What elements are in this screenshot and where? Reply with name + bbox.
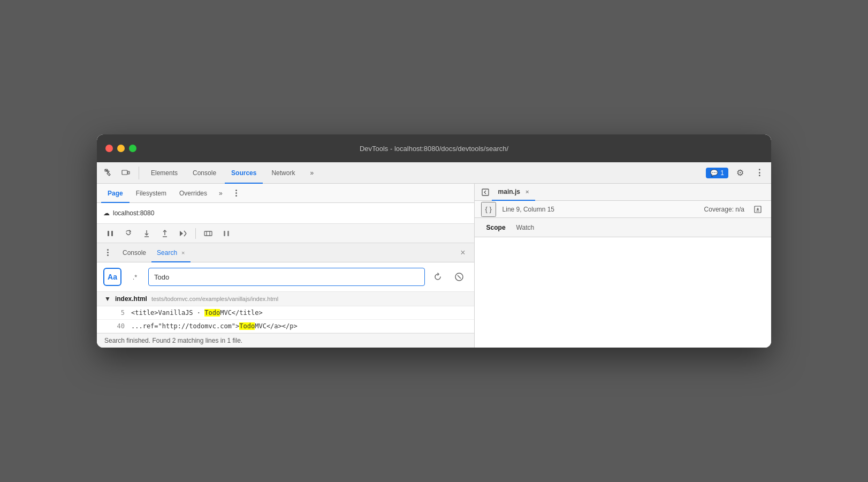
line-prefix: ...ref="http://todomvc.com">: [131, 322, 239, 330]
nav-back-button[interactable]: [479, 186, 492, 199]
svg-rect-17: [482, 189, 489, 195]
badge-count: 1: [720, 169, 724, 177]
watch-tab[interactable]: Watch: [511, 218, 540, 237]
top-tab-bar: Elements Console Sources Network » 💬 1 ⚙…: [97, 162, 771, 184]
blackbox-button[interactable]: [201, 227, 215, 240]
pause-button[interactable]: [103, 227, 117, 240]
svg-rect-14: [227, 231, 229, 236]
settings-button[interactable]: ⚙: [733, 165, 748, 180]
notification-badge[interactable]: 💬 1: [706, 168, 728, 178]
tab-sources[interactable]: Sources: [225, 162, 263, 184]
svg-rect-13: [224, 231, 225, 236]
tab-more[interactable]: »: [303, 162, 320, 184]
device-icon[interactable]: [118, 165, 133, 180]
result-line[interactable]: 40 ...ref="http://todomvc.com">TodoMVC</…: [97, 320, 474, 333]
right-panel: main.js × { } Line 9, Column 15 Coverage…: [475, 184, 771, 348]
svg-rect-4: [111, 231, 113, 236]
minimize-button[interactable]: [117, 145, 125, 152]
regex-button[interactable]: .*: [126, 268, 144, 286]
refresh-search-button[interactable]: [429, 268, 446, 285]
file-tab-bar: main.js ×: [475, 184, 771, 201]
case-sensitive-button[interactable]: Aa: [103, 268, 121, 286]
file-tree-item[interactable]: ☁ localhost:8080: [103, 207, 468, 219]
file-tree: ☁ localhost:8080: [97, 203, 474, 224]
inspector-icon[interactable]: [101, 165, 116, 180]
main-content: Page Filesystem Overrides »: [97, 184, 771, 348]
result-file-header[interactable]: ▼ index.html tests/todomvc.com/examples/…: [97, 292, 474, 306]
sub-tab-page[interactable]: Page: [101, 184, 130, 203]
localhost-label: localhost:8080: [113, 209, 154, 217]
svg-rect-1: [122, 170, 127, 175]
search-tab-close[interactable]: ×: [181, 250, 185, 256]
chat-icon: 💬: [710, 169, 718, 177]
line-prefix: <title>VanillaJS ·: [131, 309, 204, 317]
bottom-tab-console[interactable]: Console: [117, 243, 151, 262]
line-number: 40: [112, 322, 125, 330]
debugger-divider: [195, 228, 196, 239]
three-dots-vert-icon: [232, 189, 241, 198]
tab-elements[interactable]: Elements: [144, 162, 184, 184]
editor-location: Line 9, Column 15: [502, 206, 554, 213]
search-area: Aa .*: [97, 262, 474, 292]
line-number: 5: [112, 309, 125, 317]
pretty-print-button[interactable]: { }: [481, 202, 496, 217]
highlight-text: Todo: [239, 322, 255, 330]
menu-button[interactable]: ⋮: [752, 165, 767, 180]
left-panel: Page Filesystem Overrides »: [97, 184, 475, 348]
bottom-tab-bar: Console Search × ×: [97, 243, 474, 262]
file-tab-close[interactable]: ×: [526, 189, 529, 195]
divider: [139, 167, 139, 179]
step-out-button[interactable]: [158, 227, 172, 240]
maximize-button[interactable]: [129, 145, 136, 152]
line-content: ...ref="http://todomvc.com">TodoMVC</a><…: [131, 322, 298, 330]
sub-tab-more[interactable]: »: [216, 183, 226, 204]
result-line[interactable]: 5 <title>VanillaJS · TodoMVC</title>: [97, 306, 474, 320]
search-input[interactable]: [148, 268, 425, 286]
cancel-search-button[interactable]: [451, 268, 468, 285]
bottom-tabs-menu[interactable]: [101, 246, 114, 259]
result-file-name: index.html: [115, 295, 147, 303]
coverage-label: Coverage: n/a: [704, 206, 744, 213]
window-controls: [105, 145, 136, 152]
top-tabs-left: Elements Console Sources Network »: [101, 162, 320, 184]
window-title: DevTools - localhost:8080/docs/devtools/…: [360, 145, 508, 153]
sub-tabs-more: »: [216, 183, 243, 204]
editor-header: { } Line 9, Column 15 Coverage: n/a: [475, 201, 771, 218]
bottom-tab-search[interactable]: Search ×: [151, 243, 190, 262]
devtools-body: Elements Console Sources Network » 💬 1 ⚙…: [97, 162, 771, 348]
top-tabs-right: 💬 1 ⚙ ⋮: [706, 165, 767, 180]
sub-tab-filesystem[interactable]: Filesystem: [130, 184, 173, 203]
search-tab-label: Search: [157, 249, 177, 257]
status-text: Search finished. Found 2 matching lines …: [104, 337, 242, 344]
deactivate-breakpoints-button[interactable]: [219, 227, 233, 240]
coverage-download-button[interactable]: [751, 202, 765, 216]
scope-watch-bar: Scope Watch: [475, 218, 771, 237]
continue-button[interactable]: [176, 227, 190, 240]
sub-tab-menu[interactable]: [230, 187, 243, 200]
tab-console[interactable]: Console: [186, 162, 223, 184]
svg-rect-2: [128, 171, 130, 174]
debugger-toolbar: [97, 224, 474, 243]
step-into-button[interactable]: [140, 227, 154, 240]
editor-area: [475, 237, 771, 348]
line-suffix: MVC</title>: [220, 309, 262, 317]
file-tab-name: main.js: [498, 188, 520, 195]
three-dots-vert-icon-2: [103, 248, 112, 257]
sub-tab-overrides[interactable]: Overrides: [173, 184, 214, 203]
scope-tab[interactable]: Scope: [481, 218, 511, 237]
svg-rect-10: [204, 231, 212, 236]
result-file-path: tests/todomvc.com/examples/vanillajs/ind…: [151, 296, 278, 302]
braces-icon: { }: [485, 205, 491, 213]
tab-network[interactable]: Network: [265, 162, 301, 184]
close-panel-button[interactable]: ×: [456, 248, 469, 258]
result-file-arrow: ▼: [104, 295, 111, 303]
line-content: <title>VanillaJS · TodoMVC</title>: [131, 309, 263, 317]
step-over-button[interactable]: [121, 227, 135, 240]
close-button[interactable]: [105, 145, 113, 152]
file-tab-main-js[interactable]: main.js ×: [492, 184, 536, 201]
status-bar: Search finished. Found 2 matching lines …: [97, 333, 474, 348]
sub-tab-bar: Page Filesystem Overrides »: [97, 184, 474, 203]
svg-line-16: [458, 275, 461, 278]
cloud-icon: ☁: [103, 209, 110, 217]
svg-rect-3: [108, 231, 109, 236]
